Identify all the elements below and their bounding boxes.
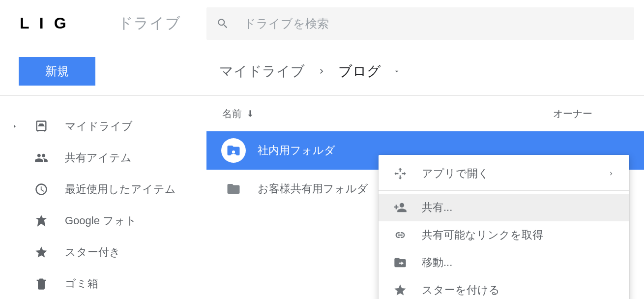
menu-item-label: スターを付ける xyxy=(422,283,500,298)
chevron-right-icon xyxy=(608,170,615,177)
star-icon xyxy=(34,245,48,259)
app-name: ドライブ xyxy=(118,13,206,33)
main: 名前 オーナー 社内用フォルダ お客様共有用フォルダ アプリで開く xyxy=(206,96,644,299)
sub-header: 新規 マイドライブ ブログ xyxy=(0,47,644,96)
sidebar-item-shared[interactable]: 共有アイテム xyxy=(0,142,206,174)
breadcrumb-current[interactable]: ブログ xyxy=(338,62,381,81)
sidebar: マイドライブ 共有アイテム 最近使用したアイテム Google フォト スター付… xyxy=(0,96,206,299)
link-icon xyxy=(393,228,407,242)
sidebar-item-photos[interactable]: Google フォト xyxy=(0,205,206,237)
person-add-icon xyxy=(393,201,407,214)
context-menu: アプリで開く 共有... 共有可能なリンクを取得 移動... スターを付ける xyxy=(379,155,629,299)
search-icon xyxy=(216,17,229,30)
open-with-icon xyxy=(393,167,407,180)
menu-divider xyxy=(379,190,629,191)
column-header-name[interactable]: 名前 xyxy=(206,107,501,120)
row-name: 社内用フォルダ xyxy=(258,143,335,158)
logo: L I G xyxy=(20,14,118,32)
menu-item-star[interactable]: スターを付ける xyxy=(379,276,629,299)
move-folder-icon xyxy=(393,256,407,269)
shared-folder-icon xyxy=(221,138,246,163)
sidebar-item-trash[interactable]: ゴミ箱 xyxy=(0,268,206,299)
list-header: 名前 オーナー xyxy=(206,96,644,131)
search-box[interactable] xyxy=(206,7,634,40)
menu-item-label: アプリで開く xyxy=(422,166,489,181)
sidebar-item-recent[interactable]: 最近使用したアイテム xyxy=(0,174,206,205)
menu-item-move[interactable]: 移動... xyxy=(379,249,629,276)
header: L I G ドライブ xyxy=(0,0,644,47)
new-button[interactable]: 新規 xyxy=(19,57,95,86)
people-icon xyxy=(34,151,48,165)
menu-item-label: 移動... xyxy=(422,255,452,270)
menu-item-label: 共有... xyxy=(422,200,452,215)
column-header-owner-label: オーナー xyxy=(553,108,592,119)
star-icon xyxy=(393,283,407,297)
caret-down-icon[interactable] xyxy=(393,67,401,75)
expand-caret-icon xyxy=(12,123,18,129)
breadcrumb: マイドライブ ブログ xyxy=(219,62,401,81)
drive-icon xyxy=(34,120,48,133)
sidebar-item-label: ゴミ箱 xyxy=(65,276,98,291)
sidebar-item-starred[interactable]: スター付き xyxy=(0,237,206,268)
menu-item-get-link[interactable]: 共有可能なリンクを取得 xyxy=(379,221,629,249)
column-header-owner[interactable]: オーナー xyxy=(501,107,644,120)
sidebar-item-label: 共有アイテム xyxy=(65,150,132,165)
menu-item-label: 共有可能なリンクを取得 xyxy=(422,228,543,242)
sort-arrow-down-icon xyxy=(246,109,255,118)
column-header-name-label: 名前 xyxy=(222,107,242,120)
chevron-right-icon xyxy=(317,66,326,76)
trash-icon xyxy=(34,277,48,291)
folder-icon xyxy=(221,177,246,201)
sidebar-item-label: Google フォト xyxy=(65,213,137,228)
clock-icon xyxy=(34,182,48,196)
row-name: お客様共有用フォルダ xyxy=(258,181,368,196)
sidebar-item-label: スター付き xyxy=(65,245,120,260)
search-input[interactable] xyxy=(244,17,624,30)
photos-icon xyxy=(34,214,48,228)
sidebar-item-label: マイドライブ xyxy=(65,119,133,134)
sidebar-item-label: 最近使用したアイテム xyxy=(65,182,176,197)
menu-item-share[interactable]: 共有... xyxy=(379,194,629,221)
menu-item-open-with[interactable]: アプリで開く xyxy=(379,160,629,187)
sidebar-item-mydrive[interactable]: マイドライブ xyxy=(0,111,206,142)
breadcrumb-root[interactable]: マイドライブ xyxy=(219,62,305,81)
